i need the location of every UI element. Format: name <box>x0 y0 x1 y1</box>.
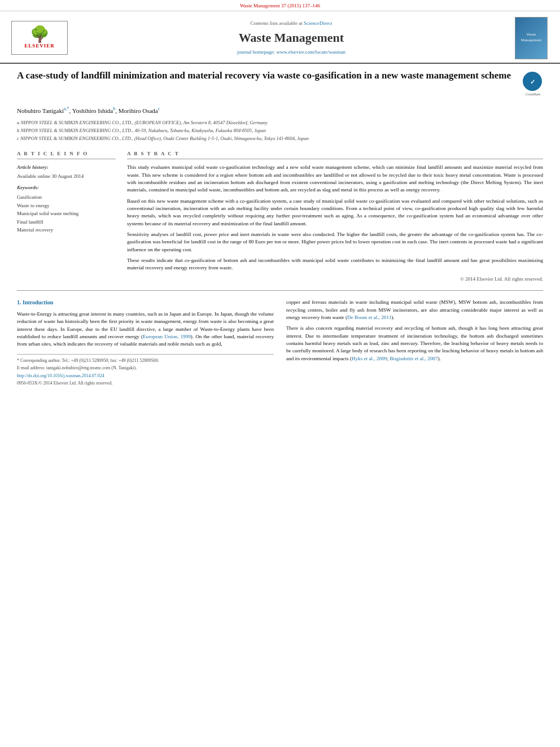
info-abstract-section: A R T I C L E I N F O Article history: A… <box>17 150 543 283</box>
ref-birgis-link[interactable]: Birgisdottir et al., 2007 <box>390 356 438 361</box>
ref-eu-link[interactable]: European Union, 1999 <box>143 334 191 339</box>
article-info-heading: A R T I C L E I N F O <box>17 150 116 160</box>
keyword-msw-melting: Municipal solid waste melting <box>17 210 116 217</box>
keyword-waste-energy: Waste to energy <box>17 202 116 209</box>
body-col-left: 1. Introduction Waste-to-Energy is attra… <box>17 299 274 388</box>
svg-text:✓: ✓ <box>530 78 535 85</box>
footnote-email-line: E-mail address: tanigaki.nobuhiro@eng.ns… <box>17 365 274 372</box>
citation-text: Waste Management 37 (2015) 137–146 <box>240 3 320 8</box>
science-direct-link[interactable]: ScienceDirect <box>304 20 332 26</box>
affiliation-c: c NIPPON STEEL & SUMIKIN ENGINEERING CO.… <box>17 136 543 142</box>
abstract-para2: Based on this new waste management schem… <box>127 198 543 228</box>
abstract-para1: This study evaluates municipal solid was… <box>127 164 543 194</box>
doi-link[interactable]: http://dx.doi.org/10.1016/j.wasman.2014.… <box>17 373 104 378</box>
body-two-col: 1. Introduction Waste-to-Energy is attra… <box>17 299 543 388</box>
keyword-material-recovery: Material recovery <box>17 226 116 234</box>
elsevier-logo: 🌳 ELSEVIER <box>11 21 68 55</box>
affiliation-b: b NIPPON STEEL & SUMIKIN ENGINEERING CO.… <box>17 128 543 134</box>
journal-header: 🌳 ELSEVIER Contents lists available at S… <box>0 14 560 64</box>
authors-line: Nobuhiro Tanigakia,*, Yoshihiro Ishidab,… <box>17 106 543 115</box>
main-content: A case-study of landfill minimization an… <box>0 64 560 394</box>
affiliation-a: a NIPPON STEEL & SUMIKIN ENGINEERING CO.… <box>17 120 543 126</box>
section-divider <box>17 290 543 291</box>
journal-cover-image: WasteManagement <box>515 17 548 59</box>
history-label: Article history: <box>17 164 116 171</box>
footnote-star: * Corresponding author. Tel.: +49 (0)211… <box>17 357 274 364</box>
intro-para2: copper and ferrous materials in waste in… <box>286 299 543 321</box>
affiliation-a-text: a NIPPON STEEL & SUMIKIN ENGINEERING CO.… <box>17 120 268 125</box>
abstract-column: A B S T R A C T This study evaluates mun… <box>127 150 543 283</box>
article-info-column: A R T I C L E I N F O Article history: A… <box>17 150 116 283</box>
footnote-email: E-mail address: tanigaki.nobuhiro@eng.ns… <box>17 365 137 370</box>
section-title: Introduction <box>23 299 53 305</box>
keyword-final-landfill: Final landfill <box>17 219 116 226</box>
elsevier-tree-icon: 🌳 <box>30 27 50 42</box>
journal-homepage: journal homepage: www.elsevier.com/locat… <box>79 49 504 56</box>
journal-citation: Waste Management 37 (2015) 137–146 <box>0 0 560 11</box>
abstract-para4: These results indicate that co-gasificat… <box>127 257 543 272</box>
elsevier-name: ELSEVIER <box>24 42 55 50</box>
journal-thumbnail: WasteManagement <box>515 17 549 59</box>
footer-notes: * Corresponding author. Tel.: +49 (0)211… <box>17 354 274 387</box>
intro-para3: There is also concern regarding material… <box>286 325 543 362</box>
journal-center: Contents lists available at ScienceDirec… <box>79 20 504 56</box>
issn-line: 0956-053X/© 2014 Elsevier Ltd. All right… <box>17 380 274 387</box>
section-number: 1. <box>17 299 21 305</box>
body-col-right: copper and ferrous materials in waste in… <box>286 299 543 388</box>
science-direct-line: Contents lists available at ScienceDirec… <box>79 20 504 27</box>
ref-boom-link[interactable]: De Boom et al., 2011 <box>347 314 391 320</box>
copyright-line: © 2014 Elsevier Ltd. All rights reserved… <box>127 276 543 283</box>
keywords-label: Keywords: <box>17 184 116 191</box>
ref-hyks-link[interactable]: Hyks et al., 2009 <box>352 356 387 361</box>
article-title: A case-study of landfill minimization an… <box>17 69 517 82</box>
journal-title: Waste Management <box>79 29 504 47</box>
doi-line: http://dx.doi.org/10.1016/j.wasman.2014.… <box>17 373 274 379</box>
history-value: Available online 30 August 2014 <box>17 173 116 180</box>
crossmark-icon: ✓ <box>523 72 542 91</box>
affiliation-b-text: b NIPPON STEEL & SUMIKIN ENGINEERING CO.… <box>17 128 266 133</box>
intro-para1: Waste-to-Energy is attracting great inte… <box>17 311 274 348</box>
article-title-section: A case-study of landfill minimization an… <box>17 69 543 100</box>
affiliation-c-text: c NIPPON STEEL & SUMIKIN ENGINEERING CO.… <box>17 136 309 141</box>
intro-section-title: 1. Introduction <box>17 299 274 307</box>
crossmark-badge: ✓ CrossMark <box>523 72 543 97</box>
contents-text: Contents lists available at <box>251 20 303 26</box>
abstract-para3: Sensitivity analyses of landfill cost, p… <box>127 231 543 254</box>
homepage-url: journal homepage: www.elsevier.com/locat… <box>237 49 345 55</box>
keyword-gasification: Gasification <box>17 194 116 201</box>
abstract-heading: A B S T R A C T <box>127 150 543 160</box>
